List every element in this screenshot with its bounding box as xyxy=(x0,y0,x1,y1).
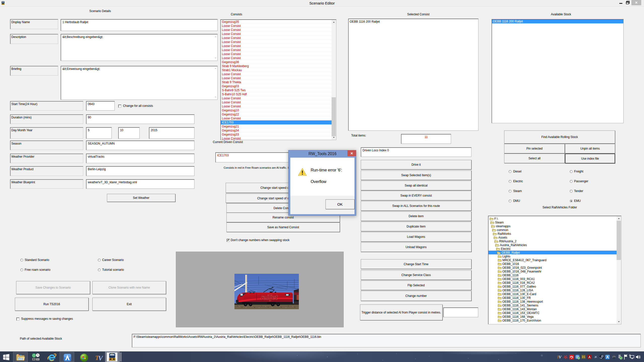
svg-text:8346: 8346 xyxy=(111,353,113,354)
svg-text:V: V xyxy=(559,355,562,359)
svg-text:railjet: railjet xyxy=(261,294,278,301)
svg-text:V: V xyxy=(98,354,103,361)
